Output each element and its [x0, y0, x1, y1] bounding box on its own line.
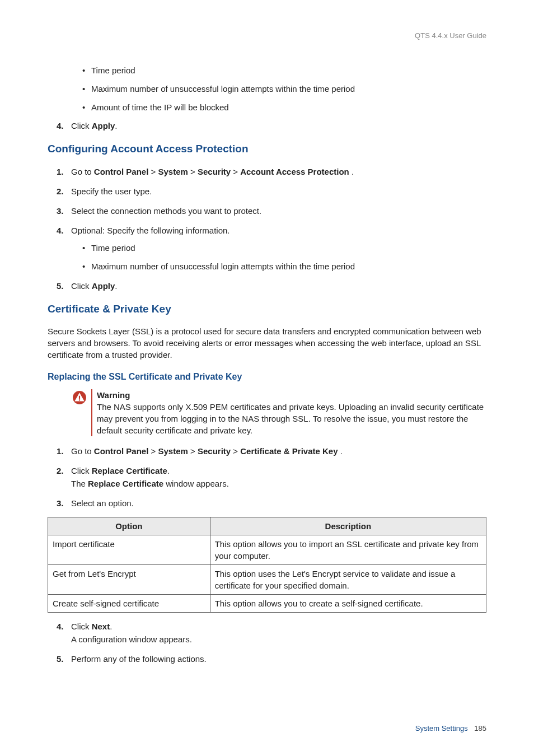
footer-section: System Settings — [415, 724, 468, 732]
step-sub-post: window appears. — [163, 479, 229, 488]
step-text: . — [110, 622, 112, 631]
section3-steps-a: 1. Go to Control Panel > System > Securi… — [48, 445, 486, 509]
step-number: 4. — [57, 620, 64, 632]
page-content: Time period Maximum number of unsuccessf… — [48, 64, 486, 665]
cell-desc: This option allows you to create a self-… — [210, 594, 486, 612]
step-item: 1. Go to Control Panel > System > Securi… — [48, 445, 486, 457]
list-item: Time period — [48, 64, 486, 76]
section-title-account-access: Configuring Account Access Protection — [48, 142, 486, 157]
sub-bullets: Time period Maximum number of unsuccessf… — [71, 242, 486, 272]
sep: > — [231, 167, 240, 176]
step-text: Go to — [71, 446, 94, 456]
nav-path: Control Panel — [94, 446, 149, 456]
list-item: Time period — [71, 242, 486, 254]
step-item: 1. Go to Control Panel > System > Securi… — [48, 166, 486, 178]
warning-text: Warning The NAS supports only X.509 PEM … — [97, 389, 486, 436]
nav-path: Certificate & Private Key — [240, 446, 338, 456]
table-header-row: Option Description — [48, 517, 486, 535]
step-number: 5. — [57, 653, 64, 665]
step-text: Specify the user type. — [71, 186, 152, 196]
step-text: Click — [71, 622, 92, 631]
warning-bar — [91, 389, 92, 436]
sep: > — [148, 446, 158, 456]
list-item: Maximum number of unsuccessful login att… — [71, 260, 486, 272]
table-row: Import certificate This option allows yo… — [48, 535, 486, 564]
nav-path: Security — [198, 446, 231, 456]
nav-path: System — [158, 167, 188, 176]
section1-steps: 1. Go to Control Panel > System > Securi… — [48, 166, 486, 292]
section-title-cert-key: Certificate & Private Key — [48, 302, 486, 317]
step-number: 4. — [57, 120, 64, 132]
apply-label: Apply — [92, 121, 115, 130]
sep: > — [231, 446, 240, 456]
nav-path: System — [158, 446, 188, 456]
step-text: Click — [71, 121, 92, 130]
step-number: 1. — [57, 166, 64, 178]
step-text: Select the connection methods you want t… — [71, 206, 261, 216]
step-text: . — [115, 281, 117, 291]
list-item: Amount of time the IP will be blocked — [48, 101, 486, 113]
window-name: Replace Certificate — [88, 479, 163, 488]
section2-paragraph: Secure Sockets Layer (SSL) is a protocol… — [48, 325, 486, 361]
cell-option: Import certificate — [48, 535, 210, 564]
cell-option: Create self-signed certificate — [48, 594, 210, 612]
step-number: 3. — [57, 205, 64, 217]
intro-step4: 4. Click Apply. — [48, 120, 486, 132]
step-text: . — [115, 121, 117, 130]
step-text: . — [349, 167, 354, 176]
step-item: 2. Click Replace Certificate. The Replac… — [48, 465, 486, 489]
warning-callout: Warning The NAS supports only X.509 PEM … — [72, 389, 486, 436]
col-option: Option — [48, 517, 210, 535]
step-text: Click — [71, 281, 92, 291]
warning-body: The NAS supports only X.509 PEM certific… — [97, 401, 486, 436]
next-label: Next — [92, 622, 110, 631]
svg-rect-2 — [79, 399, 80, 400]
step-item: 3. Select an option. — [48, 497, 486, 509]
cell-option: Get from Let's Encrypt — [48, 564, 210, 594]
options-table: Option Description Import certificate Th… — [48, 517, 486, 613]
step-item: 2. Specify the user type. — [48, 185, 486, 197]
page-footer: System Settings 185 — [415, 724, 486, 734]
step-item: 4. Click Apply. — [48, 120, 486, 132]
step-text: Optional: Specify the following informat… — [71, 226, 229, 235]
sep: > — [188, 446, 198, 456]
sep: > — [148, 167, 158, 176]
step-subtext: A configuration window appears. — [71, 633, 486, 645]
warning-title: Warning — [97, 389, 486, 401]
replace-cert-label: Replace Certificate — [92, 466, 167, 475]
step-number: 3. — [57, 497, 64, 509]
step-number: 1. — [57, 445, 64, 457]
step-subtext: The Replace Certificate window appears. — [71, 478, 486, 489]
step-number: 5. — [57, 280, 64, 292]
section3-steps-b: 4. Click Next. A configuration window ap… — [48, 620, 486, 665]
step-text: . — [338, 446, 343, 456]
col-description: Description — [210, 517, 486, 535]
footer-page-number: 185 — [474, 724, 486, 732]
nav-path: Account Access Protection — [240, 167, 349, 176]
doc-header-title: QTS 4.4.x User Guide — [415, 31, 486, 41]
sep: > — [188, 167, 198, 176]
nav-path: Security — [198, 167, 231, 176]
step-text: Click — [71, 466, 92, 475]
step-number: 2. — [57, 465, 64, 477]
table-row: Get from Let's Encrypt This option uses … — [48, 564, 486, 594]
step-text: . — [167, 466, 170, 475]
svg-rect-1 — [79, 395, 80, 398]
apply-label: Apply — [92, 281, 115, 291]
warning-icon — [72, 389, 88, 436]
cell-desc: This option uses the Let's Encrypt servi… — [210, 564, 486, 594]
step-text: Perform any of the following actions. — [71, 654, 207, 664]
list-item: Maximum number of unsuccessful login att… — [48, 83, 486, 95]
step-item: 3. Select the connection methods you wan… — [48, 205, 486, 217]
cell-desc: This option allows you to import an SSL … — [210, 535, 486, 564]
subsection-title-replace-ssl: Replacing the SSL Certificate and Privat… — [48, 371, 486, 383]
step-text: Select an option. — [71, 498, 134, 508]
step-number: 2. — [57, 185, 64, 197]
table-row: Create self-signed certificate This opti… — [48, 594, 486, 612]
intro-bullets: Time period Maximum number of unsuccessf… — [48, 64, 486, 113]
step-text: Go to — [71, 167, 94, 176]
step-item: 5. Click Apply. — [48, 280, 486, 292]
step-item: 5. Perform any of the following actions. — [48, 653, 486, 665]
step-number: 4. — [57, 225, 64, 236]
step-item: 4. Optional: Specify the following infor… — [48, 225, 486, 272]
